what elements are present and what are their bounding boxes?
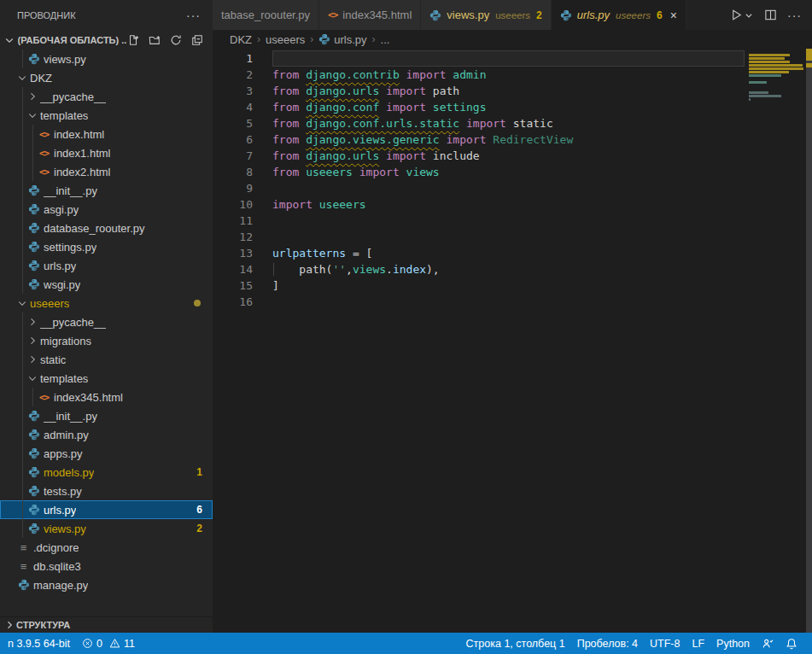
line-content: from django.conf import settings: [272, 99, 745, 115]
code-line-7[interactable]: 7from django.urls import include: [213, 148, 812, 164]
code-line-13[interactable]: 13urlpatterns = [: [213, 245, 812, 261]
tree-item-label: apps.py: [44, 447, 83, 460]
tree-item-admin.py[interactable]: admin.py: [0, 425, 213, 444]
tree-item-index1.html[interactable]: <>index1.html: [0, 143, 213, 162]
code-line-6[interactable]: 6from django.views.generic import Redire…: [213, 131, 812, 148]
python-icon: [28, 466, 40, 478]
indent-guide: [22, 350, 23, 369]
tab-urls.py[interactable]: urls.pyuseeers6×: [552, 0, 686, 30]
outline-section-label: СТРУКТУРА: [16, 620, 70, 630]
editor-group: tabase_roouter.py<>index345.htmlviews.py…: [213, 0, 812, 633]
code-line-16[interactable]: 16: [213, 294, 812, 310]
indentation-status[interactable]: Пробелов: 4: [571, 633, 644, 654]
cursor-position-status[interactable]: Строка 1, столбец 1: [460, 633, 571, 654]
more-editor-actions-icon[interactable]: ···: [787, 9, 802, 22]
code-line-2[interactable]: 2from django.contrib import admin: [213, 67, 812, 83]
code-line-10[interactable]: 10import useeers: [213, 196, 812, 213]
code-line-5[interactable]: 5from django.conf.urls.static import sta…: [213, 115, 812, 131]
tree-item-__init__.py[interactable]: __init__.py: [0, 181, 213, 200]
indent-guide: [22, 463, 23, 482]
tree-item-index2.html[interactable]: <>index2.html: [0, 162, 213, 181]
breadcrumb-item-urls.py[interactable]: urls.py: [318, 33, 366, 46]
code-line-8[interactable]: 8from useeers import views: [213, 164, 812, 180]
code-editor[interactable]: 12from django.contrib import admin3from …: [213, 49, 812, 633]
scrollbar-warning-mark: [806, 63, 812, 67]
indent-guide: [22, 425, 23, 444]
split-editor-icon[interactable]: [763, 9, 777, 22]
tree-item-views.py[interactable]: views.py2: [0, 519, 213, 538]
code-line-15[interactable]: 15]: [213, 277, 812, 294]
line-number: 15: [213, 277, 253, 294]
tree-item-label: wsgi.py: [44, 278, 80, 291]
tree-item-wsgi.py[interactable]: wsgi.py: [0, 275, 213, 294]
tree-item-tests.py[interactable]: tests.py: [0, 482, 213, 500]
tree-item-manage.py[interactable]: manage.py: [0, 575, 213, 594]
tree-item-.dcignore[interactable]: ≡.dcignore: [0, 538, 213, 557]
tab-index345.html[interactable]: <>index345.html: [319, 0, 421, 30]
code-line-1[interactable]: 1: [213, 50, 812, 67]
indent-guide: [22, 219, 23, 237]
minimap[interactable]: [749, 50, 805, 105]
explorer-more-actions-icon[interactable]: ···: [186, 9, 201, 22]
tree-item-index345.html[interactable]: <>index345.html: [0, 388, 213, 406]
breadcrumb-item-...[interactable]: ...: [381, 33, 390, 46]
tree-item-migrations[interactable]: migrations: [0, 331, 213, 350]
minimap-line: [749, 91, 768, 94]
line-number: 10: [213, 196, 253, 213]
python-icon: [318, 33, 330, 45]
tree-item-apps.py[interactable]: apps.py: [0, 444, 213, 463]
feedback-icon[interactable]: [756, 633, 780, 654]
tree-item-models.py[interactable]: models.py1: [0, 463, 213, 482]
refresh-icon[interactable]: [169, 33, 183, 47]
workspace-section-header[interactable]: (РАБОЧАЯ ОБЛАСТЬ) ...: [0, 30, 213, 50]
tree-item-__pycache__[interactable]: __pycache__: [0, 87, 213, 106]
tree-item-templates[interactable]: templates: [0, 369, 213, 388]
editor-scrollbar[interactable]: [806, 49, 812, 633]
python-interpreter-status[interactable]: n 3.9.5 64-bit: [2, 633, 76, 654]
tree-item-useeers[interactable]: useeers: [0, 294, 213, 312]
code-line-9[interactable]: 9: [213, 180, 812, 196]
new-file-icon[interactable]: [126, 33, 140, 47]
tree-item-__pycache__[interactable]: __pycache__: [0, 312, 213, 331]
collapse-folders-icon[interactable]: [190, 33, 204, 47]
tree-item-database_roouter.py[interactable]: database_roouter.py: [0, 219, 213, 237]
tab-tabase_roouter.py[interactable]: tabase_roouter.py: [213, 0, 319, 30]
eol-status[interactable]: LF: [686, 633, 710, 654]
tree-item-asgi.py[interactable]: asgi.py: [0, 200, 213, 219]
tree-item-index.html[interactable]: <>index.html: [0, 125, 213, 143]
close-tab-icon[interactable]: ×: [670, 9, 677, 21]
tree-item-urls.py[interactable]: urls.py: [0, 256, 213, 275]
tree-item-label: index.html: [54, 128, 104, 141]
error-circle-icon: [82, 638, 93, 649]
minimap-line: [749, 54, 790, 56]
tree-item-DKZ[interactable]: DKZ: [0, 68, 213, 87]
language-mode-status[interactable]: Python: [710, 633, 756, 654]
code-line-4[interactable]: 4from django.conf import settings: [213, 99, 812, 115]
warning-count: 11: [124, 638, 135, 650]
file-icon: ≡: [20, 541, 27, 554]
new-folder-icon[interactable]: [148, 33, 161, 47]
breadcrumb-item-DKZ[interactable]: DKZ: [230, 33, 252, 46]
code-line-14[interactable]: 14 path('',views.index),: [213, 261, 812, 277]
notifications-bell-icon[interactable]: [780, 633, 803, 654]
code-line-3[interactable]: 3from django.urls import path: [213, 83, 812, 99]
encoding-status[interactable]: UTF-8: [644, 633, 686, 654]
tree-item-templates[interactable]: templates: [0, 106, 213, 125]
outline-section-header[interactable]: СТРУКТУРА: [0, 616, 213, 633]
breadcrumb-item-useeers[interactable]: useeers: [266, 33, 305, 46]
error-count: 0: [96, 638, 102, 650]
tree-item-static[interactable]: static: [0, 350, 213, 369]
tree-item-__init__.py[interactable]: __init__.py: [0, 406, 213, 425]
line-content: [272, 229, 745, 245]
minimap-line: [749, 57, 785, 60]
tab-views.py[interactable]: views.pyuseeers2: [421, 0, 551, 30]
run-python-file-icon[interactable]: [730, 9, 753, 22]
tree-item-views.py[interactable]: views.py: [0, 50, 213, 68]
code-line-11[interactable]: 11: [213, 213, 812, 229]
tree-item-db.sqlite3[interactable]: ≡db.sqlite3: [0, 557, 213, 575]
code-line-12[interactable]: 12: [213, 229, 812, 245]
indent-guide: [22, 125, 23, 143]
tree-item-urls.py[interactable]: urls.py6: [0, 500, 213, 519]
tree-item-settings.py[interactable]: settings.py: [0, 237, 213, 256]
problems-status[interactable]: 0 11: [76, 633, 141, 654]
